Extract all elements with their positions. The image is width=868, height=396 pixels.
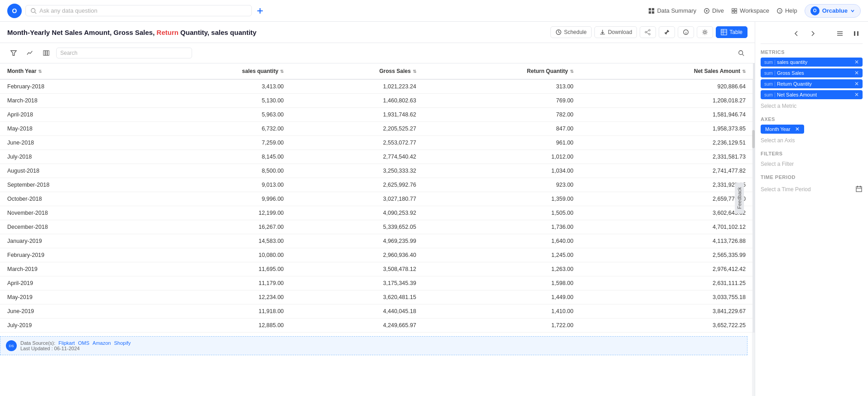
search-icon-btn[interactable] [735,47,747,59]
cell-gross-sales: 4,249,665.97 [291,319,423,333]
cell-net-sales-amount: 3,033,755.18 [581,290,754,304]
settings-button[interactable] [697,26,713,38]
remove-gross-sales[interactable]: ✕ [854,70,859,76]
sort-icon[interactable]: ⇅ [742,69,746,74]
cell-gross-sales: 2,625,992.76 [291,178,423,192]
remove-return-quantity[interactable]: ✕ [854,81,859,87]
cell-month-year: June-2019 [0,304,146,319]
table-row: January-2019 14,583.00 4,969,235.99 1,64… [0,234,754,248]
pin-button[interactable] [659,26,675,38]
sort-icon[interactable]: ⇅ [38,69,42,74]
cell-net-sales-amount: 2,331,925.05 [581,178,754,192]
sort-icon[interactable]: ⇅ [570,69,574,74]
col-gross-sales: Gross Sales ⇅ [291,63,423,79]
source-shopify[interactable]: Shopify [114,340,131,346]
table-row: November-2018 12,199.00 4,090,253.92 1,5… [0,206,754,220]
search-text: Search [60,50,77,56]
cell-sales-quantity: 16,267.00 [146,220,291,234]
metrics-section-title: Metrics [761,49,863,55]
table-row: May-2019 12,234.00 3,620,481.15 1,449.00… [0,290,754,304]
search-bar[interactable]: Ask any data question [25,5,252,16]
table-button[interactable]: Table [716,26,747,38]
sidebar-back-button[interactable] [790,27,803,40]
grid-icon [648,8,655,14]
sidebar-collapse-button[interactable] [834,27,846,40]
table-row: October-2018 9,996.00 3,027,180.77 1,359… [0,192,754,206]
sidebar-pause-button[interactable] [850,27,863,40]
nav-data-summary[interactable]: Data Summary [648,7,696,14]
cell-sales-quantity: 10,080.00 [146,248,291,262]
schedule-button[interactable]: Schedule [550,26,592,38]
cell-return-quantity: 1,359.00 [424,192,581,206]
select-axis-placeholder[interactable]: Select an Axis [761,135,863,145]
svg-rect-21 [721,29,727,35]
svg-text:i: i [685,31,686,34]
sidebar-forward-button[interactable] [806,27,819,40]
source-amazon[interactable]: Amazon [92,340,111,346]
add-button[interactable] [256,6,265,15]
trend-button[interactable] [24,47,36,59]
sort-icon[interactable]: ⇅ [280,69,284,74]
remove-sales-quantity[interactable]: ✕ [854,59,859,65]
table-row: July-2019 12,885.00 4,249,665.97 1,722.0… [0,319,754,333]
sort-icon[interactable]: ⇅ [413,69,416,74]
sources-label: Data Source(s): [20,340,55,346]
calendar-icon[interactable] [855,185,863,194]
columns-button[interactable] [40,47,53,59]
nav-dive[interactable]: Dive [704,7,724,14]
download-button[interactable]: Download [594,26,637,38]
cell-sales-quantity: 8,500.00 [146,164,291,178]
cell-month-year: August-2018 [0,164,146,178]
filters-section-title: Filters [761,151,863,156]
col-sales-quantity: sales quantity ⇅ [146,63,291,79]
search-icon [30,8,37,14]
metric-tag-sales-quantity[interactable]: sum sales quantity ✕ [761,58,863,67]
remove-month-year[interactable]: ✕ [795,126,800,132]
nav-help[interactable]: ? Help [776,7,797,14]
feedback-tab[interactable]: Feedback [735,183,744,213]
table-search[interactable]: Search [56,48,192,58]
metric-tag-return-quantity[interactable]: sum Return Quantity ✕ [761,79,863,88]
select-filter-placeholder[interactable]: Select a Filter [761,159,863,169]
info-button[interactable]: i [678,26,694,38]
source-oms[interactable]: OMS [78,340,89,346]
cell-month-year: February-2019 [0,248,146,262]
filters-section: Filters Select a Filter [761,151,863,169]
axis-tag-month-year[interactable]: Month Year ✕ [761,125,804,134]
metric-tag-gross-sales[interactable]: sum Gross Sales ✕ [761,68,863,77]
cell-sales-quantity: 12,199.00 [146,206,291,220]
cell-month-year: December-2018 [0,220,146,234]
last-updated: Last Updated : 06-11-2024 [20,346,130,351]
cell-net-sales-amount: 4,701,102.12 [581,220,754,234]
select-time-period-placeholder[interactable]: Select a Time Period [761,184,811,194]
gear-icon [702,29,708,35]
svg-point-13 [649,29,651,31]
svg-point-15 [645,31,647,33]
share-button[interactable] [640,26,656,38]
table-row: August-2018 8,500.00 3,250,333.32 1,034.… [0,164,754,178]
table-row: April-2018 5,963.00 1,931,748.62 782.00 … [0,108,754,122]
scrollbar[interactable] [752,63,755,396]
cell-gross-sales: 1,931,748.62 [291,108,423,122]
cell-net-sales-amount: 3,652,722.25 [581,319,754,333]
right-sidebar: Metrics sum sales quantity ✕ sum Gross S… [755,22,868,396]
svg-text:?: ? [779,9,781,13]
cell-net-sales-amount: 2,565,335.99 [581,248,754,262]
source-flipkart[interactable]: Flipkart [58,340,75,346]
select-metric-placeholder[interactable]: Select a Metric [761,101,863,111]
svg-point-29 [739,51,743,55]
user-badge[interactable]: O Orcablue [805,4,861,18]
logo[interactable]: O [7,4,22,18]
filter-button[interactable] [7,47,20,59]
metrics-section: Metrics sum sales quantity ✕ sum Gross S… [761,49,863,111]
col-return-quantity: Return Quantity ⇅ [424,63,581,79]
data-table-wrapper[interactable]: Month Year ⇅ sales quantity ⇅ [0,63,755,396]
table-toolbar: Search [0,43,755,63]
remove-net-sales[interactable]: ✕ [854,92,859,98]
cell-month-year: January-2019 [0,234,146,248]
metric-tag-net-sales[interactable]: sum Net Sales Amount ✕ [761,90,863,99]
nav-workspace[interactable]: Workspace [731,7,769,14]
svg-point-14 [649,34,651,35]
table-row: December-2018 16,267.00 5,339,652.05 1,7… [0,220,754,234]
pin-icon [664,29,670,35]
